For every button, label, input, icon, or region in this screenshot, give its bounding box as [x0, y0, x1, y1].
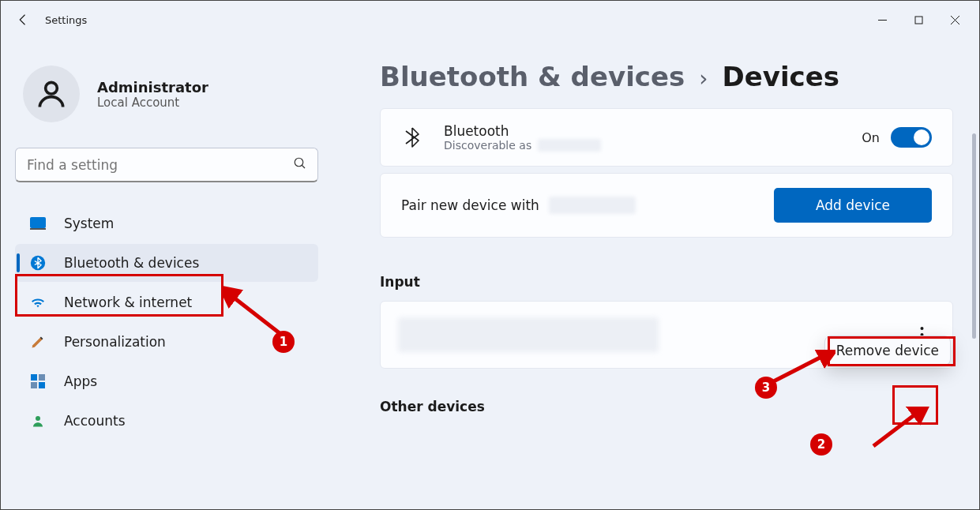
titlebar: Settings [1, 1, 979, 39]
annotation-box-3 [828, 336, 956, 366]
accounts-icon [29, 412, 47, 429]
nav-label: Personalization [64, 334, 166, 350]
svg-rect-6 [31, 374, 37, 381]
bluetooth-subtitle: Discoverable as [444, 139, 531, 152]
redacted-host-name [549, 197, 636, 214]
annotation-box-1 [15, 274, 223, 317]
annotation-arrow-2 [869, 407, 932, 454]
window-controls [864, 7, 973, 32]
svg-point-2 [295, 158, 303, 167]
nav-label: Bluetooth & devices [64, 255, 199, 271]
redacted-input-device [398, 317, 659, 352]
scrollbar[interactable] [972, 133, 976, 339]
svg-rect-0 [915, 17, 922, 24]
toggle-state-label: On [862, 130, 880, 145]
avatar [23, 66, 80, 122]
minimize-button[interactable] [864, 7, 900, 32]
chevron-right-icon: › [699, 66, 708, 92]
svg-point-1 [46, 82, 58, 94]
svg-rect-8 [31, 382, 37, 388]
annotation-badge-2: 2 [810, 433, 832, 456]
annotation-badge-3: 3 [755, 377, 777, 399]
svg-rect-3 [30, 217, 46, 228]
search-input[interactable] [15, 148, 318, 182]
user-type: Local Account [97, 96, 208, 110]
back-button[interactable] [7, 4, 39, 36]
svg-rect-4 [30, 228, 46, 230]
maximize-button[interactable] [900, 7, 937, 32]
svg-point-11 [920, 327, 923, 330]
nav-apps[interactable]: Apps [15, 362, 318, 400]
section-input-header: Input [380, 274, 956, 290]
breadcrumb-parent[interactable]: Bluetooth & devices [380, 61, 685, 92]
svg-point-10 [36, 416, 40, 421]
svg-line-15 [873, 411, 919, 446]
bluetooth-toggle[interactable] [891, 127, 932, 148]
breadcrumb-current: Devices [722, 61, 839, 92]
pair-text: Pair new device with [401, 197, 539, 213]
redacted-device-name [538, 139, 601, 152]
nav-label: System [64, 216, 114, 231]
pair-card: Pair new device with Add device [380, 173, 953, 238]
svg-rect-9 [39, 382, 45, 388]
svg-rect-7 [39, 374, 45, 381]
nav-accounts[interactable]: Accounts [15, 402, 318, 440]
apps-icon [29, 373, 47, 390]
nav-label: Accounts [64, 413, 126, 429]
bluetooth-card: Bluetooth Discoverable as On [380, 108, 953, 167]
system-icon [29, 215, 47, 232]
annotation-badge-1: 1 [272, 331, 295, 353]
bluetooth-icon [401, 126, 423, 148]
brush-icon [29, 333, 47, 351]
add-device-button[interactable]: Add device [774, 188, 932, 223]
search-icon [293, 156, 307, 174]
app-title: Settings [45, 14, 87, 26]
nav-label: Apps [64, 373, 97, 389]
bluetooth-icon [29, 254, 47, 272]
user-name: Administrator [97, 79, 208, 96]
bluetooth-title: Bluetooth [444, 123, 841, 139]
search-box[interactable] [15, 148, 318, 182]
close-button[interactable] [937, 7, 973, 32]
breadcrumb: Bluetooth & devices › Devices [380, 61, 956, 92]
nav-system[interactable]: System [15, 204, 318, 242]
user-profile[interactable]: Administrator Local Account [15, 53, 318, 137]
